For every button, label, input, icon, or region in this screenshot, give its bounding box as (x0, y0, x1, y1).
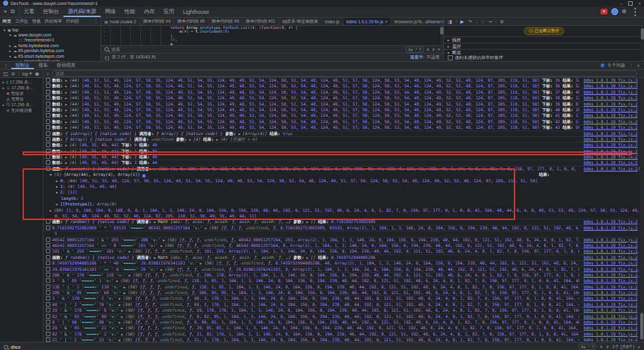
editor-find-input[interactable]: 搜索 (111, 46, 120, 53)
source-link[interactable]: bdms_1.0.1.19_fix.js:2 (579, 125, 638, 131)
source-link[interactable]: bdms_1.0.1.19_fix.js:2 (579, 332, 638, 337)
fold-marker-icon[interactable]: - (103, 42, 106, 45)
console-sidebar-item[interactable]: ⊘无详细消息 (0, 107, 43, 113)
debugger-section-监控[interactable]: ▸监控 (444, 43, 644, 49)
expand-triangle-icon[interactable]: ▼ (50, 173, 54, 177)
nav-tab-代码段[interactable]: 代码段 (66, 18, 79, 25)
code-line[interactable]: -e (101, 42, 443, 45)
dock-panel-icon[interactable]: ◨ (448, 19, 452, 25)
source-link[interactable]: bdms_1.0.1.19_fix.js:2 (579, 314, 638, 320)
search-option-?[interactable]: ? (592, 345, 594, 349)
editor-tab[interactable]: index.js (322, 18, 343, 25)
expand-triangle-icon[interactable]: ▶ (128, 249, 133, 253)
source-link[interactable]: bdms_1.0.1.19_fix.js:3 (579, 78, 638, 84)
tree-item[interactable]: ▸☁lf3-pendah.bytetos.com (0, 48, 101, 53)
tree-arrow-icon[interactable]: ▾ (8, 33, 12, 37)
sidebar-more-icon[interactable]: ⋮ (94, 19, 98, 24)
source-link[interactable]: bdms_1.0.1.19_fix.js:2 (579, 290, 638, 296)
close-button[interactable]: × (638, 1, 641, 6)
more-options-icon[interactable]: ⋮ (630, 6, 640, 18)
nav-tab-工作区[interactable]: 工作区 (15, 18, 28, 25)
expand-triangle-icon[interactable]: ▶ (160, 244, 165, 248)
source-link[interactable]: bdms_1.0.1.19_fix.js:2 (579, 243, 638, 249)
js-context-selector[interactable]: top▾ (22, 71, 31, 76)
step-into-icon[interactable]: ↓ (475, 19, 478, 25)
find-option-?[interactable]: ? (419, 48, 421, 52)
editor-tab[interactable]: 脚本代码段 #11 (243, 18, 279, 25)
tree-arrow-icon[interactable]: ▸ (8, 43, 12, 48)
tree-item[interactable]: ▸☁fonts.bytedance.com (0, 43, 101, 48)
clear-console-icon[interactable]: ⊘ (11, 71, 16, 77)
editor-tab[interactable]: 脚本代码段 #4 (140, 18, 174, 25)
find-option-Aa[interactable]: Aa (408, 48, 413, 52)
console-sidebar-item[interactable]: ⚠无警告 (0, 96, 43, 102)
search-option-Aa[interactable]: Aa (581, 345, 586, 349)
source-link[interactable]: bdms_1.0.1.19_fix.js:2 (579, 160, 638, 166)
search-prev-button[interactable]: ∧ (599, 344, 602, 349)
tab-close-icon[interactable]: × (385, 19, 387, 24)
drawer-tab-搜索[interactable]: 搜索 (34, 62, 52, 69)
find-option-.*[interactable]: .* (414, 48, 417, 52)
checkbox[interactable] (448, 55, 453, 60)
find-next-button[interactable]: ∨ (432, 47, 435, 52)
source-link[interactable]: bdms_1.0.1.19_fix.js:2 (579, 325, 638, 331)
search-close-button[interactable]: × (638, 345, 640, 349)
tab-应用[interactable]: 应用 (159, 6, 179, 17)
source-link[interactable]: bdms_1.0.1.19_fix.js:2 (579, 219, 638, 225)
source-link[interactable]: bdms_1.0.1.19_fix.js:2 (579, 113, 638, 119)
expand-triangle-icon[interactable]: ▶ (56, 190, 60, 194)
profile-avatar[interactable] (611, 8, 618, 15)
source-link[interactable]: bdms_1.0.1.19_fix.js:2 (579, 267, 638, 273)
drawer-close-icon[interactable]: × (637, 63, 640, 68)
step-out-icon[interactable]: ↑ (482, 19, 484, 25)
source-link[interactable]: bdms_1.0.1.19_fix.js:2 (579, 137, 638, 143)
source-link[interactable]: bdms_1.0.1.19_fix.js:2 (579, 131, 638, 137)
nav-tab-内容脚本[interactable]: 内容脚本 (45, 18, 62, 25)
drawer-menu-icon[interactable]: ⋮ (1, 62, 11, 69)
step-icon[interactable]: ⇢ (488, 19, 492, 25)
editor-tab[interactable]: browsecn.js?b...alName=Slardar (391, 18, 443, 25)
source-link[interactable]: bdms_1.0.1.19_fix.js:2 (579, 149, 638, 155)
drawer-tab-控制台[interactable]: 控制台 (11, 62, 35, 69)
live-expression-eye-icon[interactable]: ◉ (35, 71, 40, 77)
settings-gear-icon[interactable]: ⚙ (622, 9, 626, 14)
tab-元素[interactable]: 元素 (19, 6, 39, 17)
source-link[interactable]: bdms_1.0.1.19_fix.js:2 (579, 320, 638, 325)
source-link[interactable]: bdms_1.0.1.19_fix.js:2 (579, 167, 638, 172)
tab-性能[interactable]: 性能 (120, 6, 140, 17)
editor-tab[interactable]: 脚本代码段 #6 (209, 18, 243, 25)
tree-item[interactable]: ▢slardar/fe/sdk-web (0, 58, 101, 61)
source-link[interactable]: bdms_1.0.1.19_fix.js:2 (579, 226, 638, 231)
source-link[interactable]: bdms_1.0.1.19_fix.js:2 (579, 249, 638, 254)
issues-count[interactable]: 5 个问题 (608, 62, 625, 68)
drawer-tab-自动填充[interactable]: 自动填充 (52, 62, 80, 69)
expand-arrow-icon[interactable]: ▸ (2, 103, 5, 107)
source-link[interactable]: bdms_1.0.1.19_fix.js:2 (579, 285, 638, 290)
source-link[interactable]: bdms_1.0.1.19_fix.js:2 (579, 107, 638, 113)
nav-tab-替换[interactable]: 替换 (32, 18, 41, 25)
source-link[interactable]: bdms_1.0.1.19_fix.js:2 (579, 238, 638, 243)
expand-triangle-icon[interactable]: ▶ (56, 179, 60, 183)
coverage-label[interactable]: 覆盖率: (410, 54, 425, 60)
expand-triangle-icon[interactable]: ▶ (306, 256, 311, 260)
source-link[interactable]: bdms_1.0.1.19_fix.js:2 (579, 337, 638, 342)
error-count-badge[interactable]: 4 (601, 9, 608, 14)
expand-arrow-icon[interactable]: ▸ (2, 86, 5, 90)
tree-arrow-icon[interactable]: ▾ (3, 28, 6, 32)
resume-script-icon[interactable]: ▶ (460, 19, 464, 25)
source-link[interactable]: bdms_1.0.1.19_fix.js:2 (579, 296, 638, 302)
source-link[interactable]: bdms_1.0.1.19_fix.js:2 (579, 143, 638, 148)
console-search-input[interactable]: dhcx (11, 344, 21, 350)
tab-源代码/来源[interactable]: 源代码/来源 (64, 6, 101, 17)
console-filter-input[interactable]: 过滤 (52, 70, 637, 77)
tree-arrow-icon[interactable]: ▾ (8, 54, 12, 58)
console-sidebar-item[interactable]: ▸≡17,256 条... (0, 79, 43, 85)
console-sidebar-item[interactable]: ⊗无错误 (0, 90, 43, 96)
debugger-section-线程[interactable]: ▸线程 (444, 36, 644, 43)
source-link[interactable]: bdms_1.0.1.19_fix.js:2 (579, 278, 638, 284)
debugger-scrollbar[interactable] (641, 26, 644, 61)
find-prev-button[interactable]: ∧ (426, 47, 430, 52)
source-link[interactable]: bdms_1.0.1.19_fix.js:2 (579, 255, 638, 261)
source-link[interactable]: bdms_1.0.1.19_fix.js:2 (579, 302, 638, 308)
minimize-button[interactable]: – (620, 1, 623, 6)
